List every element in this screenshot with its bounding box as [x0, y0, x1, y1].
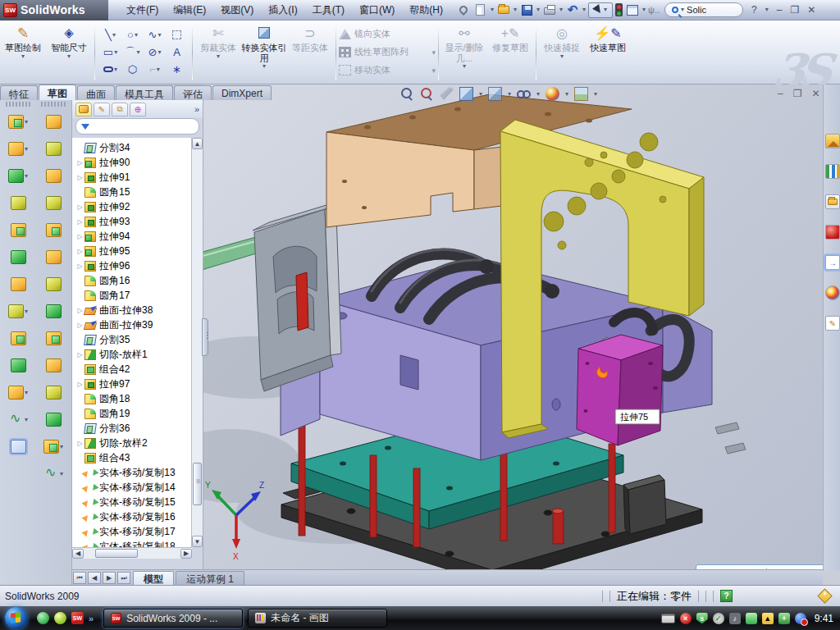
select-button[interactable]: ▾ — [588, 2, 613, 18]
scroll-left-arrow[interactable]: ◀ — [72, 549, 84, 559]
save-dropdown[interactable]: ▾ — [536, 7, 540, 13]
sketch-button[interactable]: ✎ 草图绘制 ▾ — [0, 21, 46, 84]
tab-surfaces[interactable]: 曲面 — [77, 85, 115, 100]
print-dropdown[interactable]: ▾ — [559, 7, 563, 13]
tree-item[interactable]: ▷拉伸94 — [75, 229, 192, 244]
configurationmanager-tab-icon[interactable]: ⧉ — [112, 103, 128, 116]
propertymanager-tab-icon[interactable]: ✎ — [94, 103, 110, 116]
solidworks-resources-icon[interactable] — [825, 134, 840, 148]
pin-icon[interactable] — [458, 4, 469, 16]
combine-tool[interactable] — [1, 352, 35, 379]
sync-tray-icon[interactable] — [795, 613, 806, 624]
selection-box-tool[interactable] — [166, 26, 188, 43]
zoom-fit-icon[interactable] — [400, 87, 414, 101]
move-copy-tool[interactable]: ▾ — [1, 379, 35, 406]
model-tab[interactable]: 模型 — [133, 571, 174, 585]
extrude-boss-tool[interactable]: ▾ — [1, 108, 35, 135]
tab-evaluate[interactable]: 评估 — [174, 85, 212, 100]
tree-item[interactable]: 组合42 — [75, 362, 192, 377]
new-document-button[interactable] — [473, 2, 488, 17]
planar-surface-tool[interactable] — [36, 271, 71, 298]
tree-item[interactable]: 分割34 — [75, 140, 192, 155]
warning-tray-icon[interactable]: ▲ — [762, 613, 774, 624]
line-tool[interactable]: ╲▾ — [99, 26, 121, 43]
tree-item[interactable]: ▷切除-放样2 — [75, 436, 192, 450]
minimize-button[interactable]: ‒ — [777, 4, 783, 16]
tree-item[interactable]: 实体-移动/复制16 — [75, 509, 192, 524]
point-tool[interactable]: ∗ — [166, 61, 188, 78]
custom-properties-icon[interactable]: ✎ — [825, 316, 840, 331]
move-entities-button[interactable]: 移动实体 ▾ — [339, 62, 436, 79]
swept-boss-tool[interactable] — [36, 108, 71, 135]
tab-first-button[interactable]: ⏮ — [73, 572, 86, 584]
expand-arrow[interactable]: ▷ — [75, 381, 84, 388]
close-button[interactable]: ✕ — [807, 4, 815, 16]
tree-item[interactable]: ▷拉伸92 — [75, 199, 192, 214]
arc-tool[interactable]: ⌒▾ — [121, 43, 144, 61]
apply-scene-icon[interactable] — [574, 87, 588, 101]
fillet-tool[interactable]: ▾ — [1, 162, 35, 189]
quick-snaps-button[interactable]: ◎ 快速捕捉 ▾ — [539, 21, 585, 84]
tree-filter-input[interactable] — [75, 118, 199, 135]
certificate-tray-icon[interactable]: ✓ — [713, 613, 724, 624]
loft-tool[interactable] — [36, 162, 71, 189]
scroll-right-arrow[interactable]: ▶ — [180, 549, 192, 559]
doc-close-button[interactable]: ✕ — [811, 88, 819, 99]
messenger-quicklaunch-icon[interactable] — [37, 612, 49, 624]
tree-item[interactable]: 圆角19 — [75, 406, 192, 421]
open-dropdown[interactable]: ▾ — [514, 7, 517, 13]
curve-tool[interactable]: ▾ — [36, 460, 71, 487]
help-button[interactable]: ? — [751, 4, 757, 16]
text-tool[interactable]: A — [166, 43, 188, 61]
network-tray-icon[interactable] — [746, 613, 757, 624]
search-box[interactable]: ▾ Solic — [664, 2, 743, 17]
hole-wizard-tool[interactable] — [1, 271, 35, 298]
tree-item[interactable]: ▷切除-放样1 — [75, 347, 192, 362]
trim-surface-tool[interactable] — [36, 352, 71, 379]
expand-arrow[interactable]: ▷ — [75, 174, 84, 181]
quick-tips-icon[interactable]: ? — [720, 590, 733, 602]
panel-chevron-icon[interactable]: » — [194, 104, 199, 114]
menu-window[interactable]: 窗口(W) — [353, 1, 401, 20]
extend-surface-tool[interactable] — [36, 379, 71, 406]
start-button[interactable] — [5, 607, 27, 629]
open-button[interactable] — [496, 2, 511, 17]
tree-item[interactable]: ▷拉伸97 — [75, 377, 192, 391]
tree-item[interactable]: 分割35 — [75, 332, 192, 347]
featuremanager-tab-icon[interactable] — [75, 103, 92, 116]
menu-view[interactable]: 视图(V) — [214, 1, 260, 20]
trim-entities-button[interactable]: ✄ 剪裁实体 ▾ — [195, 21, 241, 84]
revolve-tool[interactable] — [36, 135, 71, 162]
convert-entities-button[interactable]: 转换实体引用 ▾ — [241, 21, 287, 84]
scroll-thumb[interactable] — [193, 463, 202, 505]
tree-item[interactable]: 圆角16 — [75, 273, 192, 288]
linear-pattern-button[interactable]: 线性草图阵列 ▾ — [339, 44, 436, 61]
doc-restore-button[interactable]: ❐ — [793, 88, 802, 99]
thicken-tool[interactable] — [36, 325, 71, 352]
tab-next-button[interactable]: ▶ — [103, 572, 116, 584]
section-view-icon[interactable] — [440, 87, 454, 101]
zoom-area-icon[interactable] — [420, 87, 434, 101]
knit-surface-tool[interactable] — [36, 298, 71, 325]
smart-dimension-button[interactable]: ◈ 智能尺寸 ▾ — [46, 21, 92, 84]
menu-help[interactable]: 帮助(H) — [403, 1, 450, 20]
tree-item[interactable]: 分割36 — [75, 421, 192, 436]
tree-item[interactable]: ▷拉伸96 — [75, 258, 192, 273]
verification-icon[interactable] — [615, 3, 623, 16]
surface-tool-2[interactable] — [36, 244, 71, 271]
taskbar-item-solidworks[interactable]: SW SolidWorks 2009 - ... — [103, 609, 243, 628]
display-style-icon[interactable] — [488, 87, 502, 101]
shell-tool[interactable] — [1, 217, 35, 244]
circle-tool[interactable]: ○▾ — [121, 26, 144, 43]
view-palette-icon[interactable]: → — [825, 255, 840, 270]
tab-mold-tools[interactable]: 模具工具 — [116, 85, 173, 100]
tree-item[interactable]: ▷拉伸93 — [75, 214, 192, 229]
player-quicklaunch-icon[interactable] — [54, 612, 66, 624]
freeform-tool[interactable]: ▾ — [36, 433, 71, 460]
expand-arrow[interactable]: ▷ — [75, 233, 84, 240]
input-method-icon[interactable] — [661, 614, 675, 623]
tab-dimxpert[interactable]: DimXpert — [212, 85, 272, 100]
dome-tool[interactable] — [36, 406, 71, 433]
spline-tool[interactable]: ∿▾ — [144, 26, 166, 43]
move-dropdown[interactable]: ▾ — [431, 66, 436, 75]
